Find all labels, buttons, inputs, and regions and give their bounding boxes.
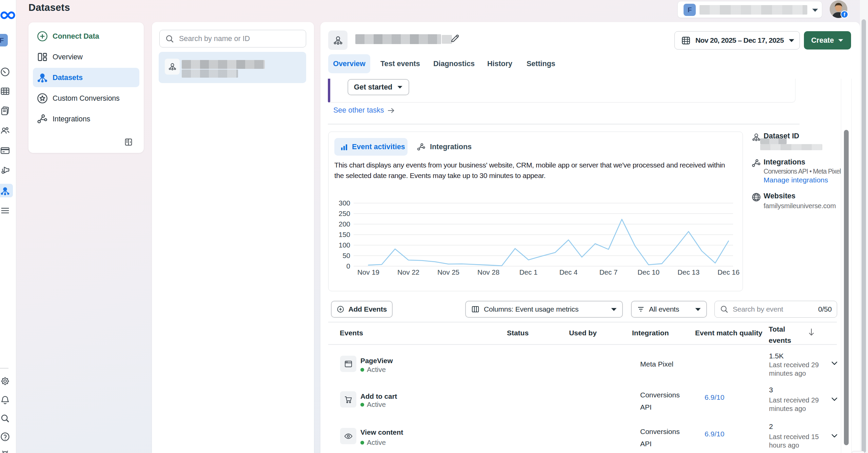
tab-label: Settings xyxy=(527,60,555,68)
chevron-down-icon[interactable] xyxy=(830,431,839,440)
redacted-dataset-title xyxy=(355,34,441,44)
get-started-label: Get started xyxy=(354,83,393,92)
speedometer-icon[interactable] xyxy=(0,66,10,77)
collapse-panel-icon[interactable] xyxy=(124,138,133,146)
date-range-picker[interactable]: Nov 20, 2025 – Dec 17, 2025 xyxy=(674,31,800,50)
edit-pencil-icon[interactable] xyxy=(450,33,460,44)
browser-window-icon xyxy=(340,356,356,372)
nav-item-connect-data[interactable]: Connect Data xyxy=(37,29,99,43)
tab-label: History xyxy=(487,60,512,68)
tab-label: Diagnostics xyxy=(433,60,475,68)
event-name[interactable]: View content xyxy=(360,428,403,436)
event-match-quality-link[interactable]: 6.9/10 xyxy=(705,393,724,401)
help-icon[interactable] xyxy=(0,431,10,442)
business-selector[interactable]: F xyxy=(677,1,822,18)
nav-item-datasets[interactable]: Datasets xyxy=(37,71,83,84)
event-name[interactable]: PageView xyxy=(360,357,393,365)
list-icon[interactable] xyxy=(0,205,10,216)
bug-icon[interactable] xyxy=(0,448,10,453)
nav-item-label: Custom Conversions xyxy=(53,94,120,103)
redacted-dataset-id-line1 xyxy=(760,138,787,144)
dataset-icon xyxy=(165,59,180,75)
tab-settings[interactable]: Settings xyxy=(527,54,555,73)
dataset-search-input[interactable]: Search by name or ID xyxy=(159,30,306,47)
websites-heading: Websites xyxy=(764,192,795,200)
meta-logo[interactable] xyxy=(0,9,16,21)
globe-icon xyxy=(751,192,761,202)
redacted-dataset-name-line1 xyxy=(182,60,265,69)
search-icon xyxy=(165,34,174,43)
tab-event-activities[interactable]: Event activities xyxy=(334,138,408,156)
tab-overview[interactable]: Overview xyxy=(328,54,370,73)
tab-integrations-chart[interactable]: Integrations xyxy=(417,138,472,156)
event-name[interactable]: Add to cart xyxy=(360,392,397,400)
last-received-cell: Last received 29 minutes ago xyxy=(769,361,829,378)
search-icon[interactable] xyxy=(0,413,10,424)
websites-value: familysmileuniverse.com xyxy=(764,202,836,210)
search-icon xyxy=(720,305,729,314)
settings-gear-icon[interactable] xyxy=(0,376,10,387)
dataset-icon xyxy=(328,31,348,50)
active-dot xyxy=(360,368,364,372)
svg-text:Nov 25: Nov 25 xyxy=(437,268,459,276)
svg-text:Nov 28: Nov 28 xyxy=(477,268,499,276)
credit-card-icon[interactable] xyxy=(0,145,10,156)
tab-label: Overview xyxy=(333,60,366,68)
column-header-total-events[interactable]: Total events xyxy=(769,323,803,346)
status-label: Active xyxy=(367,400,386,409)
task-card-accent-bar xyxy=(328,79,330,102)
columns-dropdown[interactable]: Columns: Event usage metrics xyxy=(465,301,623,318)
plus-circle-icon xyxy=(37,31,48,42)
corner-widget xyxy=(852,451,865,453)
nav-item-integrations[interactable]: Integrations xyxy=(37,112,90,126)
svg-text:Dec 7: Dec 7 xyxy=(599,268,618,276)
pages-icon[interactable] xyxy=(0,105,10,116)
column-header-events: Events xyxy=(340,329,363,337)
chart-description-line2: the selected date range. Events may take… xyxy=(334,172,546,180)
nav-item-overview[interactable]: Overview xyxy=(37,50,83,64)
tab-history[interactable]: History xyxy=(487,54,512,73)
event-status: Active xyxy=(360,366,386,374)
status-label: Active xyxy=(367,438,386,447)
see-other-tasks-link[interactable]: See other tasks xyxy=(333,106,395,115)
tab-diagnostics[interactable]: Diagnostics xyxy=(433,54,475,73)
dataset-icon xyxy=(751,132,761,142)
tab-test-events[interactable]: Test events xyxy=(380,54,420,73)
svg-text:0: 0 xyxy=(347,262,350,270)
column-header-event-match-quality: Event match quality xyxy=(695,329,762,337)
create-button[interactable]: Create xyxy=(804,31,851,50)
dataset-list-item-selected[interactable] xyxy=(159,52,306,83)
manage-integrations-link[interactable]: Manage integrations xyxy=(764,176,828,184)
svg-text:Dec 16: Dec 16 xyxy=(717,268,739,276)
event-match-quality-link[interactable]: 6.9/10 xyxy=(705,430,724,438)
event-search-placeholder: Search by event xyxy=(733,305,783,313)
event-status: Active xyxy=(360,438,386,447)
bell-icon[interactable] xyxy=(0,394,10,405)
datasets-icon[interactable] xyxy=(0,185,10,196)
svg-text:Dec 1: Dec 1 xyxy=(519,268,538,276)
get-started-button[interactable]: Get started xyxy=(348,79,409,95)
dataset-list-panel: Search by name or ID xyxy=(152,22,314,453)
event-status: Active xyxy=(360,400,386,409)
nav-item-custom-conversions[interactable]: Custom Conversions xyxy=(37,92,120,105)
table-icon[interactable] xyxy=(0,86,10,97)
events-filter-dropdown[interactable]: All events xyxy=(631,301,707,318)
business-badge[interactable]: F xyxy=(0,34,8,46)
chevron-down-icon[interactable] xyxy=(830,359,839,368)
chevron-down-icon[interactable] xyxy=(830,395,839,403)
inner-scrollbar-thumb[interactable] xyxy=(844,130,849,445)
date-range-label: Nov 20, 2025 – Dec 17, 2025 xyxy=(695,36,784,44)
tab-label: Test events xyxy=(380,60,420,68)
column-header-status: Status xyxy=(490,329,546,337)
chevron-down-icon xyxy=(812,8,818,13)
sort-descending-icon[interactable] xyxy=(808,328,815,337)
megaphone-icon[interactable] xyxy=(0,164,10,175)
plus-circle-icon xyxy=(337,305,344,313)
people-icon[interactable] xyxy=(0,125,10,136)
facebook-badge-letter: f xyxy=(844,12,845,17)
add-events-button[interactable]: Add Events xyxy=(331,301,393,318)
left-icon-rail: F xyxy=(0,0,16,453)
event-search-input[interactable]: Search by event 0/50 xyxy=(714,301,837,318)
svg-text:50: 50 xyxy=(342,252,350,259)
page-scrollbar-thumb[interactable] xyxy=(862,19,866,453)
